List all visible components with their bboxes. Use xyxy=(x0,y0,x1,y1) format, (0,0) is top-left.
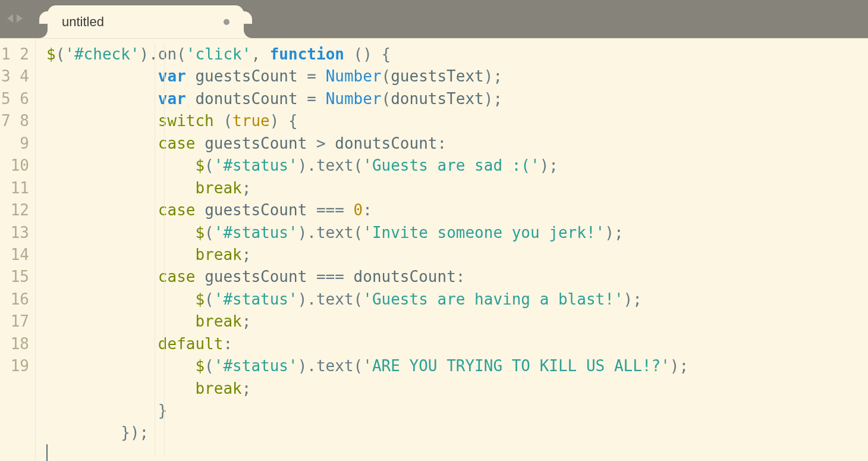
editor-area[interactable]: 1 2 3 4 5 6 7 8 9 10 11 12 13 14 15 16 1… xyxy=(0,38,868,461)
tab-title: untitled xyxy=(62,14,104,30)
line-number-gutter: 1 2 3 4 5 6 7 8 9 10 11 12 13 14 15 16 1… xyxy=(0,39,36,461)
nav-back-icon[interactable] xyxy=(7,14,13,23)
unsaved-indicator-icon xyxy=(224,19,229,25)
indent-guide xyxy=(155,43,155,456)
text-cursor xyxy=(46,444,48,461)
indent-guide xyxy=(164,43,165,456)
nav-forward-icon[interactable] xyxy=(17,14,23,23)
titlebar: untitled xyxy=(0,0,868,38)
editor-window: untitled 1 2 3 4 5 6 7 8 9 10 11 12 13 1… xyxy=(0,0,868,461)
file-tab[interactable]: untitled xyxy=(48,5,244,38)
nav-arrows xyxy=(7,14,23,23)
code-content[interactable]: $('#check').on('click', function () { va… xyxy=(36,39,868,461)
code-text[interactable]: $('#check').on('click', function () { va… xyxy=(36,43,868,444)
